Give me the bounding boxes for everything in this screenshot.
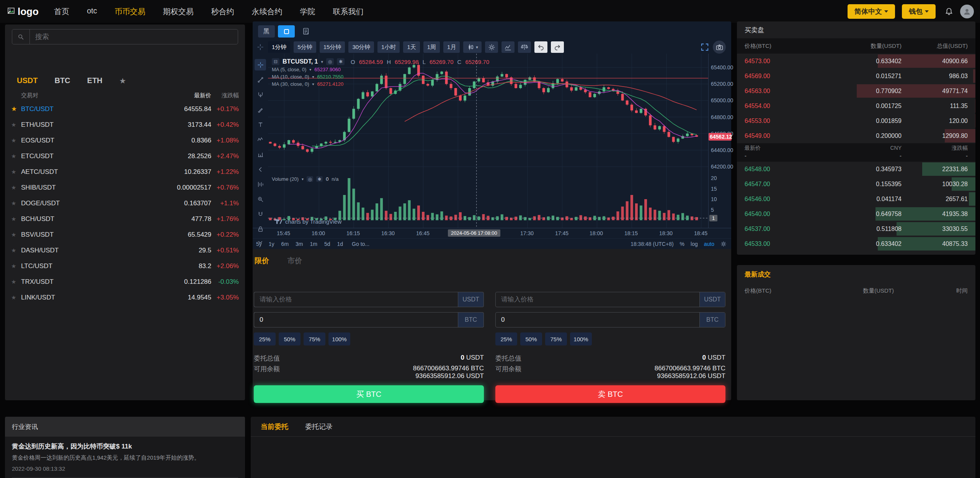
buy-button[interactable]: 买 BTC: [254, 385, 484, 403]
percent-button-50[interactable]: 50%: [279, 332, 301, 345]
arrow-left-icon[interactable]: [255, 164, 266, 175]
percent-button-100[interactable]: 100%: [328, 332, 350, 345]
sell-price-input[interactable]: [496, 292, 699, 307]
indicators-icon[interactable]: [501, 41, 514, 53]
candle-style-button[interactable]: ▾: [463, 41, 482, 53]
star-icon[interactable]: ★: [11, 263, 21, 270]
star-icon[interactable]: ★: [11, 216, 21, 223]
ask-row[interactable]: 64549.000.20000012909.80: [737, 128, 975, 143]
bid-row[interactable]: 64537.000.51180833030.55: [737, 221, 975, 236]
buy-amount-input[interactable]: [254, 313, 458, 327]
range-5d[interactable]: 5d: [324, 241, 330, 247]
nav-item-5[interactable]: 秒合约: [211, 7, 234, 17]
star-icon[interactable]: ★: [11, 105, 21, 113]
news-item[interactable]: 黄金达到历史新高，因为比特币突破$ 11k 黄金价格周一达到新的历史高点1,94…: [5, 437, 245, 472]
star-icon[interactable]: ★: [11, 200, 21, 207]
bid-row[interactable]: 64548.000.34597322331.86: [737, 162, 975, 177]
forecast-tool-icon[interactable]: [255, 149, 266, 160]
nav-item-4[interactable]: 期权交易: [163, 7, 194, 17]
range-3m[interactable]: 3m: [296, 241, 303, 247]
volume-gear-icon[interactable]: ✱: [316, 176, 323, 182]
percent-button-100[interactable]: 100%: [570, 332, 592, 345]
nav-item-8[interactable]: 联系我们: [333, 7, 364, 17]
tab-order-history[interactable]: 委托记录: [305, 422, 333, 431]
nav-item-7[interactable]: 学院: [300, 7, 315, 17]
ask-row[interactable]: 64569.000.015271986.03: [737, 69, 975, 83]
percent-button-25[interactable]: 25%: [495, 332, 517, 345]
star-icon[interactable]: ★: [11, 278, 21, 285]
price-axis[interactable]: 65400.0065200.0065000.0064800.0064600.00…: [708, 54, 731, 228]
ask-row[interactable]: 64573.000.63340240900.66: [737, 54, 975, 69]
ask-row[interactable]: 64554.000.001725111.35: [737, 98, 975, 113]
xabcd-pattern-tool-icon[interactable]: [255, 134, 266, 145]
compare-scales-icon[interactable]: [518, 41, 531, 53]
percent-scale-button[interactable]: %: [680, 241, 684, 247]
range-1y[interactable]: 1y: [269, 241, 274, 247]
percent-button-75[interactable]: 75%: [304, 332, 325, 345]
timeframe-1天[interactable]: 1天: [403, 41, 420, 53]
logo[interactable]: logo: [8, 6, 39, 18]
theme-black-button[interactable]: 黑: [258, 25, 275, 38]
notification-bell-icon[interactable]: [945, 7, 953, 16]
market-tab-eth[interactable]: ETH: [87, 76, 103, 85]
bid-row[interactable]: 64546.000.0411742657.61: [737, 192, 975, 206]
trend-line-tool-icon[interactable]: [255, 74, 266, 85]
timeframe-15分钟[interactable]: 15分钟: [320, 41, 345, 53]
pair-row[interactable]: ★TRX/USDT0.121286-0.03%: [5, 274, 245, 290]
legend-collapse-icon[interactable]: ⊟: [272, 58, 279, 65]
pair-row[interactable]: ★SHIB/USDT0.00002517+0.76%: [5, 180, 245, 195]
star-icon[interactable]: ★: [11, 137, 21, 144]
percent-button-25[interactable]: 25%: [254, 332, 276, 345]
zoom-in-tool-icon[interactable]: [255, 193, 266, 205]
bid-row[interactable]: 64533.000.63340240875.33: [737, 236, 975, 251]
percent-button-50[interactable]: 50%: [520, 332, 542, 345]
star-icon[interactable]: ★: [11, 169, 21, 175]
camera-snapshot-icon[interactable]: [713, 41, 726, 54]
sell-button[interactable]: 卖 BTC: [495, 385, 725, 403]
favorites-star-tab[interactable]: ★: [119, 76, 126, 85]
star-icon[interactable]: ★: [11, 153, 21, 160]
fullscreen-icon[interactable]: [701, 43, 709, 51]
pair-row[interactable]: ★BSV/USDT65.5429+0.22%: [5, 227, 245, 242]
market-tab-usdt[interactable]: USDT: [17, 76, 38, 85]
pair-row[interactable]: ★LTC/USDT83.2+2.06%: [5, 258, 245, 274]
range-6m[interactable]: 6m: [281, 241, 289, 247]
pair-row[interactable]: ★LINK/USDT14.9545+3.05%: [5, 290, 245, 305]
timeframe-1周[interactable]: 1周: [423, 41, 440, 53]
star-icon[interactable]: ★: [11, 294, 21, 301]
undo-icon[interactable]: [534, 41, 547, 53]
pair-row[interactable]: ★ETH/USDT3173.44+0.42%: [5, 117, 245, 133]
range-1d[interactable]: 1d: [337, 241, 343, 247]
theme-white-button[interactable]: [278, 25, 295, 38]
pitchfork-tool-icon[interactable]: [255, 89, 266, 100]
pair-row[interactable]: ★EOS/USDT0.8366+1.08%: [5, 133, 245, 148]
auto-scale-button[interactable]: auto: [704, 241, 714, 247]
timeframe-5分钟[interactable]: 5分钟: [294, 41, 316, 53]
timeframe-1小时[interactable]: 1小时: [377, 41, 400, 53]
time-axis[interactable]: 15:4516:0016:1516:3016:4517:0017:3017:45…: [253, 228, 731, 238]
pair-row[interactable]: ★BCH/USDT477.78+1.76%: [5, 211, 245, 227]
percent-button-75[interactable]: 75%: [545, 332, 567, 345]
language-button[interactable]: 简体中文: [848, 4, 895, 19]
ask-row[interactable]: 64563.000.77090249771.74: [737, 83, 975, 98]
legend-eye-icon[interactable]: ◎: [326, 58, 334, 65]
tradingview-credit[interactable]: charts by TradingView: [274, 218, 341, 225]
star-icon[interactable]: ★: [11, 184, 21, 191]
log-scale-button[interactable]: log: [691, 241, 698, 247]
ask-row[interactable]: 64553.000.001859120.00: [737, 113, 975, 128]
pair-row[interactable]: ★DASH/USDT29.5+0.51%: [5, 242, 245, 258]
tab-current-orders[interactable]: 当前委托: [261, 422, 288, 431]
search-input[interactable]: [30, 33, 238, 41]
legend-gear-icon[interactable]: ✱: [337, 58, 345, 65]
bid-row[interactable]: 64540.000.64975841935.38: [737, 206, 975, 221]
star-icon[interactable]: ★: [11, 247, 21, 254]
magnet-tool-icon[interactable]: [255, 208, 266, 220]
timeframe-1分钟[interactable]: 1分钟: [268, 41, 290, 53]
range-1m[interactable]: 1m: [310, 241, 317, 247]
nav-item-6[interactable]: 永续合约: [252, 7, 283, 17]
volume-dropdown-icon[interactable]: ▾: [302, 177, 304, 181]
user-avatar[interactable]: [960, 5, 974, 18]
news-item-title[interactable]: 黄金达到历史新高，因为比特币突破$ 11k: [12, 442, 238, 451]
market-tab-btc[interactable]: BTC: [54, 76, 70, 85]
text-tool-icon[interactable]: [255, 119, 266, 130]
